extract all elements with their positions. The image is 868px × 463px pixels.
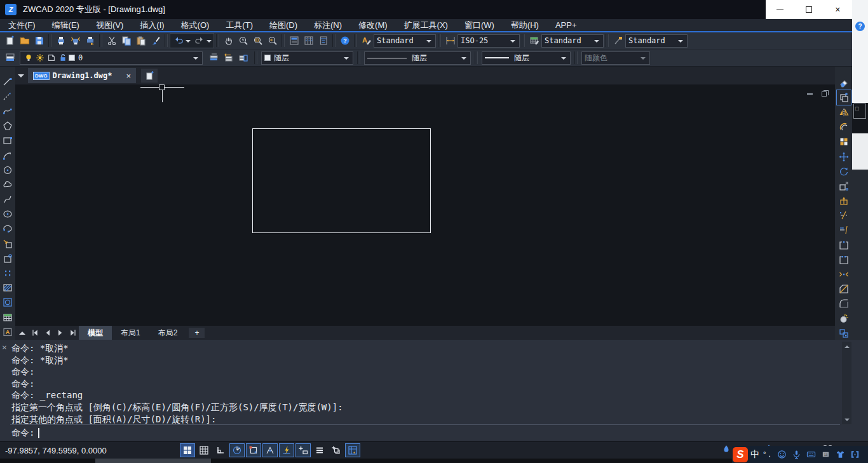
table-icon[interactable] [1, 310, 15, 325]
coordinate-display[interactable]: -97.9857, 749.5959, 0.0000 [5, 446, 167, 455]
prev-layout-button[interactable] [42, 327, 53, 339]
redo-dropdown-icon[interactable] [207, 40, 212, 45]
stretch-icon[interactable] [837, 194, 851, 208]
join-icon[interactable] [837, 267, 851, 281]
menu-edit[interactable]: 编辑(E) [44, 19, 88, 31]
ellipse-arc-icon[interactable] [1, 222, 15, 236]
right-scrollbar[interactable] [852, 133, 868, 170]
ime-punctuation-toggle[interactable]: °， [762, 450, 774, 459]
zoom-realtime-icon[interactable] [236, 34, 250, 48]
menu-insert[interactable]: 插入(I) [132, 19, 172, 31]
print-icon[interactable] [53, 34, 68, 48]
minimize-button[interactable] [766, 0, 794, 19]
last-layout-button[interactable] [67, 327, 79, 339]
snap-toggle[interactable] [180, 443, 195, 457]
polar-toggle[interactable] [229, 443, 245, 457]
table-style-select[interactable]: Standard [541, 34, 604, 48]
menu-view[interactable]: 视图(V) [88, 19, 132, 31]
break-icon[interactable] [837, 252, 851, 267]
viewport-maximize-toggle[interactable] [345, 443, 360, 457]
polygon-icon[interactable] [1, 119, 15, 133]
insert-block-icon[interactable] [1, 236, 15, 251]
menu-draw[interactable]: 绘图(D) [261, 19, 306, 31]
linetype-control-select[interactable]: 随层 [364, 51, 471, 65]
otrack-toggle[interactable] [262, 443, 278, 457]
cut-icon[interactable] [104, 34, 119, 48]
menu-tools[interactable]: 工具(T) [217, 19, 261, 31]
command-input[interactable]: 命令: [11, 427, 39, 439]
lineweight-control-select[interactable]: 随层 [482, 51, 571, 65]
offset-icon[interactable] [837, 120, 851, 135]
linetype-dropdown-icon[interactable] [461, 57, 466, 62]
layer-on-bulb-icon[interactable] [23, 51, 34, 65]
layer-plot-icon[interactable] [46, 51, 57, 65]
mdi-restore-button[interactable] [820, 90, 829, 98]
plot-publish-icon[interactable] [83, 34, 97, 48]
command-expand-button[interactable] [17, 327, 28, 339]
save-icon[interactable] [32, 34, 46, 48]
ortho-toggle[interactable] [213, 443, 228, 457]
array-icon[interactable] [837, 135, 851, 149]
new-file-icon[interactable] [3, 34, 17, 48]
menu-express[interactable]: 扩展工具(X) [396, 19, 456, 31]
hatch-icon[interactable] [1, 281, 15, 295]
xline-icon[interactable] [1, 89, 15, 104]
circle-icon[interactable] [1, 163, 15, 177]
layer-select[interactable]: 0 [20, 51, 203, 65]
move-icon[interactable] [837, 149, 851, 164]
document-tab-drawing1[interactable]: DWG Drawing1.dwg* × [28, 68, 136, 83]
command-close-icon[interactable]: × [2, 342, 7, 352]
ime-tool-icon[interactable]: 13 [819, 448, 832, 462]
zoom-window-icon[interactable] [250, 34, 265, 48]
tab-layout2[interactable]: 布局2 [149, 326, 187, 340]
undo-dropdown-icon[interactable] [186, 40, 191, 45]
open-file-icon[interactable] [17, 34, 32, 48]
annotation-scale-icon[interactable] [719, 442, 733, 456]
menu-modify[interactable]: 修改(M) [350, 19, 396, 31]
new-layout-button[interactable]: + [189, 328, 205, 338]
color-control-select[interactable]: 随层 [261, 51, 353, 65]
first-layout-button[interactable] [29, 327, 41, 339]
point-icon[interactable] [1, 265, 15, 280]
mdi-minimize-button[interactable] [805, 90, 814, 98]
tool-palettes-icon[interactable] [316, 34, 330, 48]
layer-freeze-sun-icon[interactable] [34, 51, 46, 65]
arc-icon[interactable] [1, 148, 15, 163]
region-icon[interactable] [1, 295, 15, 310]
match-properties-icon[interactable] [148, 34, 163, 48]
scroll-down-icon[interactable] [842, 415, 851, 424]
polyline-icon[interactable] [1, 104, 15, 118]
fillet-icon[interactable] [837, 297, 851, 311]
maximize-button[interactable] [794, 0, 823, 19]
sogou-logo-icon[interactable]: S [733, 447, 748, 462]
make-block-icon[interactable] [1, 251, 15, 265]
break-at-point-icon[interactable] [837, 238, 851, 252]
drawing-canvas[interactable]: × [15, 84, 852, 326]
menu-app-plus[interactable]: APP+ [547, 19, 585, 31]
mleader-style-select[interactable]: Standard [625, 34, 688, 48]
ime-toolbox-icon[interactable] [848, 448, 862, 462]
ime-keyboard-icon[interactable] [804, 448, 818, 462]
menu-file[interactable]: 文件(F) [0, 19, 44, 31]
layer-match-icon[interactable] [236, 51, 250, 65]
rotate-icon[interactable] [837, 164, 851, 178]
dim-style-select[interactable]: ISO-25 [458, 34, 520, 48]
trim-icon[interactable] [837, 208, 851, 223]
lineweight-toggle[interactable] [312, 443, 327, 457]
align-icon[interactable] [837, 326, 851, 340]
command-panel[interactable]: × 命令: *取消* 命令: *取消* 命令: 命令: 命令: _rectang… [0, 340, 868, 441]
layer-previous-icon[interactable] [221, 51, 236, 65]
menu-format[interactable]: 格式(O) [173, 19, 218, 31]
extend-icon[interactable] [837, 223, 851, 238]
properties-palette-icon[interactable] [287, 34, 301, 48]
erase-icon[interactable] [837, 76, 851, 90]
pan-icon[interactable] [221, 34, 236, 48]
menu-window[interactable]: 窗口(W) [456, 19, 503, 31]
rectangle-icon[interactable] [1, 133, 15, 148]
document-list-button[interactable] [15, 71, 27, 81]
explode-icon[interactable] [837, 311, 851, 326]
close-button[interactable]: × [824, 0, 852, 19]
copy-clipboard-icon[interactable] [119, 34, 133, 48]
osnap-toggle[interactable] [246, 443, 261, 457]
spline-icon[interactable] [1, 192, 15, 207]
